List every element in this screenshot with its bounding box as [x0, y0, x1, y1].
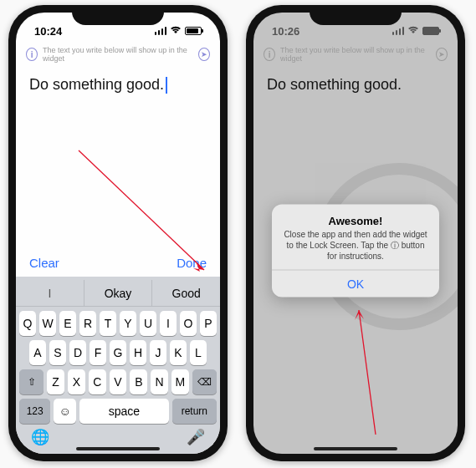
key-v[interactable]: V — [110, 369, 127, 394]
key-m[interactable]: M — [171, 369, 189, 394]
key-123[interactable]: 123 — [19, 399, 50, 424]
suggestion[interactable]: I — [16, 280, 84, 306]
hint-bar: i The text you write below will show up … — [16, 41, 220, 68]
key-g[interactable]: G — [110, 340, 126, 365]
key-f[interactable]: F — [90, 340, 106, 365]
text-editor: Do something good. — [253, 68, 458, 102]
key-a[interactable]: A — [29, 340, 46, 365]
wifi-icon — [170, 25, 182, 37]
hint-text: The text you write below will show up in… — [43, 46, 188, 63]
screen-left: 10:24 i The text you write below will sh… — [16, 13, 220, 454]
info-icon[interactable]: i — [264, 48, 275, 61]
cell-signal-icon — [392, 27, 405, 35]
key-l[interactable]: L — [190, 340, 207, 365]
wifi-icon — [407, 25, 419, 37]
mic-icon[interactable]: 🎤 — [187, 428, 205, 446]
key-return[interactable]: return — [172, 399, 217, 424]
key-b[interactable]: B — [130, 369, 147, 394]
key-z[interactable]: Z — [47, 369, 64, 394]
key-space[interactable]: space — [79, 399, 169, 424]
notch — [72, 5, 164, 25]
phone-left: 10:24 i The text you write below will sh… — [8, 5, 228, 461]
hint-bar: i The text you write below will show up … — [253, 41, 458, 68]
key-emoji[interactable]: ☺ — [54, 399, 76, 424]
key-k[interactable]: K — [170, 340, 187, 365]
home-indicator[interactable] — [76, 447, 160, 450]
key-c[interactable]: C — [89, 369, 106, 394]
text-cursor — [166, 77, 167, 94]
key-backspace[interactable]: ⌫ — [192, 369, 217, 394]
key-s[interactable]: S — [49, 340, 66, 365]
action-icon[interactable]: ➤ — [436, 48, 448, 61]
key-e[interactable]: E — [59, 311, 76, 336]
alert-body: Close the app and then add the widget to… — [272, 229, 439, 270]
hint-text: The text you write below will show up in… — [280, 46, 426, 63]
key-o[interactable]: O — [180, 311, 197, 336]
alert-title: Awesome! — [272, 205, 439, 229]
suggestion-bar: I Okay Good — [16, 280, 220, 307]
key-r[interactable]: R — [79, 311, 96, 336]
info-icon[interactable]: i — [26, 48, 38, 61]
phone-right: 10:26 i The text you write below will sh… — [246, 5, 465, 461]
suggestion[interactable]: Good — [152, 280, 220, 306]
battery-icon — [185, 27, 202, 35]
key-j[interactable]: J — [150, 340, 166, 365]
entered-text: Do something good. — [29, 76, 164, 93]
key-t[interactable]: T — [100, 311, 116, 336]
key-shift[interactable]: ⇧ — [19, 369, 44, 394]
key-y[interactable]: Y — [120, 311, 136, 336]
globe-icon[interactable]: 🌐 — [31, 428, 49, 446]
key-n[interactable]: N — [151, 369, 168, 394]
key-d[interactable]: D — [69, 340, 86, 365]
clear-button[interactable]: Clear — [29, 256, 59, 270]
key-i[interactable]: I — [160, 311, 177, 336]
home-indicator[interactable] — [314, 447, 397, 450]
clock: 10:26 — [272, 25, 299, 38]
key-q[interactable]: Q — [19, 311, 36, 336]
notch — [310, 5, 402, 25]
action-icon[interactable]: ➤ — [198, 48, 210, 61]
text-editor[interactable]: Do something good. — [16, 68, 220, 102]
battery-icon — [422, 27, 439, 35]
screen-right: 10:26 i The text you write below will sh… — [253, 13, 458, 454]
key-u[interactable]: U — [140, 311, 156, 336]
key-x[interactable]: X — [68, 369, 85, 394]
clock: 10:24 — [34, 25, 62, 38]
key-p[interactable]: P — [200, 311, 217, 336]
alert-dialog: Awesome! Close the app and then add the … — [272, 205, 439, 298]
suggestion[interactable]: Okay — [84, 280, 153, 306]
key-w[interactable]: W — [39, 311, 56, 336]
done-button[interactable]: Done — [177, 256, 207, 270]
svg-line-2 — [359, 310, 376, 435]
entered-text: Do something good. — [267, 76, 402, 93]
cell-signal-icon — [155, 27, 167, 35]
keyboard[interactable]: I Okay Good Q W E R T Y U I O P A — [16, 277, 220, 454]
keyboard-toolbar: Clear Done — [16, 249, 220, 277]
key-h[interactable]: H — [130, 340, 146, 365]
alert-ok-button[interactable]: OK — [272, 270, 439, 298]
